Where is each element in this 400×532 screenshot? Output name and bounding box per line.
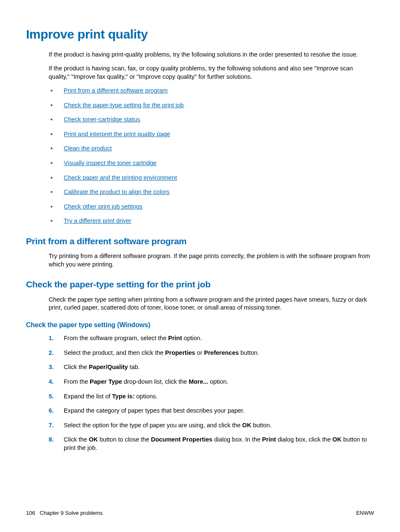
list-item: Check the paper-type setting for the pri…: [49, 101, 374, 110]
step-6: Expand the category of paper types that …: [49, 407, 371, 415]
step-5: Expand the list of Type is: options.: [49, 393, 371, 401]
list-item: Check toner-cartridge status: [49, 116, 374, 124]
steps-list-windows: From the software program, select the Pr…: [49, 334, 374, 452]
list-item: Print from a different software program: [49, 87, 374, 95]
footer-page-number: 106: [26, 510, 35, 516]
list-item: Clean the product: [49, 145, 374, 153]
subsection-heading-windows: Check the paper type setting (Windows): [26, 320, 374, 330]
list-item: Visually inspect the toner cartridge: [49, 159, 374, 168]
link-try-different-driver[interactable]: Try a different print driver: [64, 217, 131, 224]
section-heading-check-paper-type: Check the paper-type setting for the pri…: [26, 279, 374, 290]
step-3: Click the Paper/Quality tab.: [49, 363, 371, 372]
section-heading-print-different-program: Print from a different software program: [26, 235, 374, 247]
link-check-toner-status[interactable]: Check toner-cartridge status: [64, 116, 140, 123]
list-item: Try a different print driver: [49, 217, 374, 225]
step-1: From the software program, select the Pr…: [49, 334, 371, 343]
list-item: Check paper and the printing environment: [49, 174, 374, 182]
footer-chapter: Chapter 9 Solve problems: [40, 510, 103, 516]
step-4: From the Paper Type drop-down list, clic…: [49, 378, 371, 386]
link-check-other-settings[interactable]: Check other print job settings: [64, 203, 143, 210]
section-body-check-paper-type: Check the paper type setting when printi…: [49, 296, 371, 312]
section-body-print-different-program: Try printing from a different software p…: [49, 252, 371, 269]
step-2: Select the product, and then click the P…: [49, 349, 371, 357]
link-calibrate-colors[interactable]: Calibrate the product to align the color…: [64, 189, 169, 195]
footer-left: 106 Chapter 9 Solve problems: [26, 509, 103, 517]
footer-right: ENWW: [356, 509, 374, 517]
intro-paragraph-1: If the product is having print-quality p…: [49, 51, 371, 59]
link-clean-product[interactable]: Clean the product: [64, 145, 112, 152]
step-7: Select the option for the type of paper …: [49, 421, 371, 430]
intro-paragraph-2: If the product is having scan, fax, or c…: [49, 65, 371, 81]
link-check-paper-type[interactable]: Check the paper-type setting for the pri…: [64, 102, 184, 108]
page-title: Improve print quality: [26, 26, 374, 43]
link-print-different-program[interactable]: Print from a different software program: [64, 87, 168, 94]
list-item: Calibrate the product to align the color…: [49, 188, 374, 196]
link-print-quality-page[interactable]: Print and interpret the print quality pa…: [64, 131, 170, 137]
list-item: Print and interpret the print quality pa…: [49, 130, 374, 139]
list-item: Check other print job settings: [49, 203, 374, 211]
link-check-paper-environment[interactable]: Check paper and the printing environment: [64, 174, 177, 181]
step-8: Click the OK button to close the Documen…: [49, 436, 371, 452]
page-footer: 106 Chapter 9 Solve problems ENWW: [26, 509, 374, 517]
solutions-link-list: Print from a different software program …: [49, 87, 374, 225]
link-inspect-toner[interactable]: Visually inspect the toner cartridge: [64, 160, 156, 166]
